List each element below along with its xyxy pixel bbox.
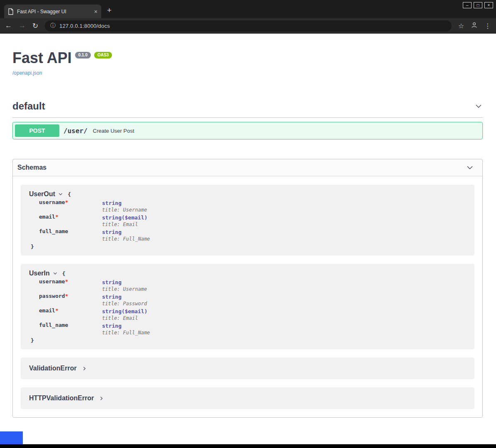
property-name: full_name (39, 322, 68, 328)
property-type: string (102, 229, 122, 235)
required-star: * (55, 214, 58, 220)
chevron-down-icon[interactable] (53, 271, 58, 276)
model-userout-toggle[interactable]: UserOut { (29, 190, 466, 198)
version-badge: 0.1.0 (75, 52, 91, 58)
schemas-section: Schemas UserOut { (12, 159, 483, 418)
property-name: email (39, 214, 55, 220)
tab-close-icon[interactable]: × (94, 9, 97, 15)
browser-window: Fast API - Swagger UI × + – □ × ← → ↻ ⓘ … (0, 0, 496, 448)
toolbar-right: ☆ ⋮ (458, 22, 491, 30)
tab-title: Fast API - Swagger UI (17, 9, 91, 15)
property-name: password (39, 293, 65, 299)
address-bar[interactable]: ⓘ 127.0.0.1:8000/docs (45, 20, 451, 32)
browser-toolbar: ← → ↻ ⓘ 127.0.0.1:8000/docs ☆ ⋮ (0, 18, 496, 34)
bookmark-star-icon[interactable]: ☆ (458, 22, 464, 30)
menu-dots-icon[interactable]: ⋮ (484, 22, 491, 30)
model-userin-toggle[interactable]: UserIn { (29, 270, 466, 277)
api-title: Fast API (12, 49, 72, 66)
chevron-down-icon[interactable] (466, 163, 474, 172)
property-type: string (102, 308, 122, 314)
model-userin: UserIn { username* string tit (21, 264, 474, 349)
required-star: * (65, 199, 68, 205)
model-properties: username* string title: Username email* … (39, 199, 466, 242)
openapi-json-link[interactable]: /openapi.json (12, 70, 42, 76)
swagger-page: Fast API 0.1.0 OAS3 /openapi.json defaul… (0, 34, 496, 418)
window-bottom-edge (0, 444, 496, 448)
brace-open: { (68, 191, 71, 197)
property-type: string (102, 214, 122, 221)
url-path: /docs (97, 23, 110, 29)
property-type: string (102, 294, 122, 300)
property-name: full_name (39, 228, 68, 234)
required-star: * (65, 293, 68, 299)
schema-property: username* string title: Username (39, 278, 466, 292)
schemas-header[interactable]: Schemas (13, 159, 482, 176)
property-name: username (39, 278, 65, 285)
chevron-down-icon[interactable] (58, 192, 63, 197)
brace-close: } (31, 337, 466, 343)
close-button[interactable]: × (484, 2, 493, 8)
reload-icon[interactable]: ↻ (32, 22, 38, 30)
new-tab-button[interactable]: + (107, 6, 112, 15)
model-name: ValidationError (29, 365, 77, 372)
chevron-down-icon[interactable] (474, 102, 483, 110)
minimize-button[interactable]: – (463, 2, 472, 8)
schema-property: email* string($email) title: Email (39, 307, 466, 321)
property-title: title: Password (102, 301, 147, 307)
method-badge: POST (15, 124, 59, 137)
property-type: string (102, 323, 122, 329)
property-name: email (39, 307, 55, 314)
url-host: 127.0.0.1:8000 (59, 23, 97, 29)
property-title: title: Full_Name (102, 330, 150, 336)
titlebar: Fast API - Swagger UI × + – □ × (0, 0, 496, 18)
property-format: ($email) (122, 308, 148, 314)
schemas-title: Schemas (17, 164, 46, 171)
endpoint-path: /user/ (63, 127, 88, 135)
endpoint-post-user[interactable]: POST /user/ Create User Post (12, 122, 483, 139)
property-type: string (102, 200, 122, 206)
schema-property: username* string title: Username (39, 199, 466, 213)
browser-tab[interactable]: Fast API - Swagger UI × (4, 5, 101, 18)
property-title: title: Full_Name (102, 236, 150, 242)
property-format: ($email) (122, 214, 148, 221)
required-star: * (55, 307, 58, 314)
property-type: string (102, 279, 122, 285)
forward-icon[interactable]: → (19, 22, 26, 30)
info-icon[interactable]: ⓘ (50, 22, 56, 29)
oas3-badge: OAS3 (94, 52, 112, 58)
brace-open: { (62, 270, 66, 277)
property-title: title: Username (102, 207, 147, 213)
tag-default[interactable]: default (12, 100, 483, 118)
tag-section: default POST /user/ Create User Post (12, 100, 483, 139)
chevron-right-icon[interactable] (99, 396, 104, 401)
api-info: Fast API 0.1.0 OAS3 /openapi.json (12, 34, 483, 76)
schema-property: email* string($email) title: Email (39, 214, 466, 227)
back-icon[interactable]: ← (5, 22, 12, 30)
schema-property: full_name string title: Full_Name (39, 228, 466, 242)
schemas-body: UserOut { username* string ti (13, 176, 482, 417)
brace-close: } (31, 243, 466, 250)
maximize-button[interactable]: □ (474, 2, 482, 8)
schema-property: password* string title: Password (39, 293, 466, 307)
model-name: HTTPValidationError (29, 394, 94, 402)
property-title: title: Username (102, 286, 147, 292)
profile-icon[interactable] (471, 22, 478, 30)
property-title: title: Email (102, 222, 148, 227)
property-title: title: Email (102, 315, 148, 321)
url-text: 127.0.0.1:8000/docs (59, 23, 110, 29)
model-properties: username* string title: Username passwor… (39, 278, 466, 336)
page-icon (8, 8, 14, 15)
endpoint-summary: Create User Post (93, 128, 134, 134)
status-bubble (0, 431, 23, 444)
required-star: * (65, 278, 68, 285)
chevron-right-icon[interactable] (82, 366, 87, 371)
schema-property: full_name string title: Full_Name (39, 322, 466, 336)
model-validationerror[interactable]: ValidationError (21, 358, 474, 379)
model-httpvalidationerror[interactable]: HTTPValidationError (21, 387, 474, 409)
tag-title: default (12, 100, 45, 112)
model-userout: UserOut { username* string ti (21, 185, 474, 256)
model-name: UserOut (29, 190, 55, 198)
window-controls: – □ × (463, 2, 493, 8)
property-name: username (39, 199, 65, 205)
model-name: UserIn (29, 270, 50, 277)
